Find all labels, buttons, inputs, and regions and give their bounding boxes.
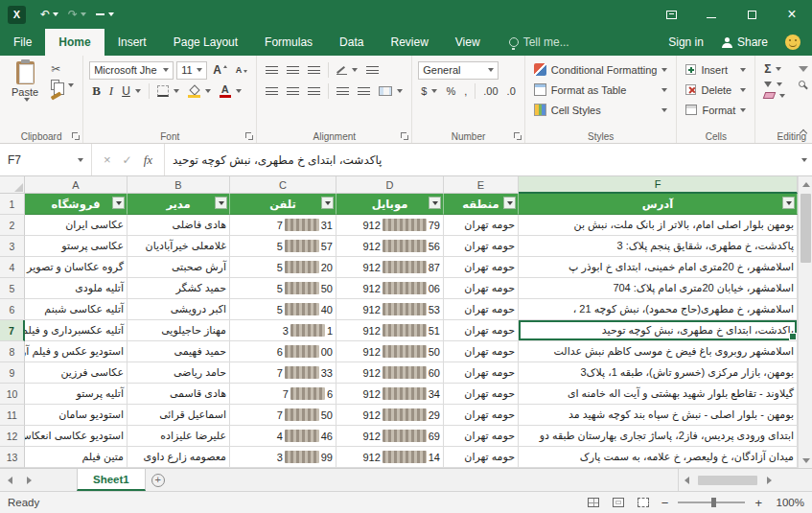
number-format-combo[interactable]: General — [418, 61, 499, 80]
column-header-D[interactable]: D — [336, 176, 444, 194]
cell-F9[interactable]: بومهن، بازار مرکزی (خسرو تاش)، طبقه 1، پ… — [519, 362, 798, 384]
sign-in-button[interactable]: Sign in — [668, 35, 704, 49]
row-header-12[interactable]: 12 — [0, 426, 25, 447]
percent-style-button[interactable]: % — [443, 84, 458, 98]
zoom-level[interactable]: 100% — [772, 497, 804, 508]
borders-button[interactable] — [154, 84, 182, 98]
filter-button-address[interactable] — [782, 197, 795, 209]
cell-F10[interactable]: گیلاوند - تقاطع بلوار شهید بهشتی و آیت ا… — [519, 384, 798, 405]
cell-F4[interactable]: اسلامشهر، خ 20متری امام خمینی، ابتدای خ … — [519, 257, 798, 278]
cell-D9[interactable]: 91260 — [336, 362, 444, 384]
cell-C11[interactable]: 750 — [230, 405, 336, 426]
decrease-font-button[interactable]: A — [233, 64, 251, 76]
cell-E7[interactable]: حومه تهران — [444, 320, 519, 341]
wrap-text-button[interactable] — [363, 65, 382, 76]
align-middle-button[interactable] — [284, 65, 302, 76]
cell-F12[interactable]: ابتدای ورودی پردیس، فاز2، پاساژ تجاری به… — [519, 426, 798, 447]
cell-E13[interactable]: حومه تهران — [444, 447, 519, 468]
tab-home[interactable]: Home — [45, 29, 104, 56]
cell-C6[interactable]: 540 — [230, 299, 336, 320]
filter-button-mobile[interactable] — [429, 197, 441, 209]
row-header-9[interactable]: 9 — [0, 362, 25, 384]
cell-D6[interactable]: 91253 — [336, 299, 444, 320]
filter-button-region[interactable] — [503, 197, 516, 209]
column-header-E[interactable]: E — [444, 176, 519, 194]
find-select-button[interactable] — [796, 80, 812, 88]
cell-C13[interactable]: 399 — [230, 447, 336, 468]
row-header-8[interactable]: 8 — [0, 341, 25, 362]
cell-A8[interactable]: استودیو عکس و فیلم آر — [25, 341, 128, 362]
hscroll-right-button[interactable] — [761, 477, 777, 484]
tab-page-layout[interactable]: Page Layout — [160, 29, 251, 56]
cell-C1[interactable]: تلفن — [230, 194, 336, 215]
cell-F2[interactable]: بومهن بلوار اصلی امام، بالاتر از بانک مل… — [519, 215, 798, 236]
tab-file[interactable]: File — [0, 29, 45, 56]
cell-B1[interactable]: مدیر — [128, 194, 230, 215]
delete-cells-button[interactable]: Delete — [683, 80, 749, 100]
row-header-7[interactable]: 7 — [0, 320, 25, 341]
cell-A5[interactable]: آتلیه ملودی — [25, 278, 128, 299]
cell-E8[interactable]: حومه تهران — [444, 341, 519, 362]
align-right-button[interactable] — [305, 86, 323, 97]
cell-D10[interactable]: 91234 — [336, 384, 444, 405]
redo-dropdown-icon[interactable] — [81, 12, 86, 16]
cell-C10[interactable]: 76 — [230, 384, 336, 405]
undo-button[interactable]: ↶ — [35, 6, 63, 23]
merge-center-button[interactable] — [376, 85, 406, 97]
redo-button[interactable]: ↷ — [63, 6, 91, 23]
increase-indent-button[interactable] — [355, 86, 373, 97]
cell-D3[interactable]: 91256 — [336, 236, 444, 257]
fill-color-button[interactable] — [185, 85, 214, 97]
vertical-scroll-thumb[interactable] — [800, 194, 811, 263]
cell-C5[interactable]: 550 — [230, 278, 336, 299]
formula-input[interactable]: پاکدشت، ابتدای خ مطهری، نبش کوچه توحید — [165, 144, 793, 175]
align-center-button[interactable] — [284, 86, 302, 97]
align-left-button[interactable] — [263, 86, 281, 97]
clear-button[interactable] — [761, 91, 788, 100]
cell-C7[interactable]: 31 — [230, 320, 336, 341]
filter-button-manager[interactable] — [215, 197, 227, 209]
page-break-view-button[interactable] — [635, 496, 652, 510]
cell-D1[interactable]: موبایل — [336, 194, 444, 215]
sheet-nav-left-button[interactable] — [0, 469, 19, 491]
cell-A6[interactable]: آتلیه عکاسی شبنم — [25, 299, 128, 320]
cell-A12[interactable]: استودیو عکاسی انعکاس — [25, 426, 128, 447]
increase-decimal-button[interactable]: .00 — [480, 84, 500, 98]
zoom-in-button[interactable]: + — [753, 496, 764, 510]
cell-E9[interactable]: حومه تهران — [444, 362, 519, 384]
sheet-tab-sheet1[interactable]: Sheet1 — [77, 469, 146, 491]
cell-A10[interactable]: آتلیه پرستو — [25, 384, 128, 405]
cell-D11[interactable]: 91229 — [336, 405, 444, 426]
tab-review[interactable]: Review — [377, 29, 441, 56]
decrease-indent-button[interactable] — [334, 86, 352, 97]
bold-button[interactable]: B — [89, 82, 104, 100]
insert-cells-button[interactable]: Insert — [683, 59, 749, 80]
tell-me-box[interactable]: Tell me... — [509, 29, 569, 56]
cell-E2[interactable]: حومه تهران — [444, 215, 519, 236]
cell-styles-button[interactable]: Cell Styles — [531, 100, 671, 120]
increase-font-button[interactable]: A — [210, 62, 230, 78]
cell-F3[interactable]: پاکدشت، خ مطهری، شقایق پنجم پلاک: 3 — [519, 236, 798, 257]
cell-B9[interactable]: حامد ریاضی — [128, 362, 230, 384]
horizontal-scrollbar[interactable] — [678, 469, 812, 491]
cell-A4[interactable]: گروه عکاسان و تصویر — [25, 257, 128, 278]
underline-button[interactable]: U — [119, 83, 144, 99]
insert-function-button[interactable]: fx — [144, 152, 152, 168]
cell-E4[interactable]: حومه تهران — [444, 257, 519, 278]
cell-F1[interactable]: آدرس — [519, 194, 798, 215]
column-header-C[interactable]: C — [230, 176, 336, 194]
cell-B13[interactable]: معصومه زارع داوی — [128, 447, 230, 468]
autosum-button[interactable]: Σ — [761, 61, 788, 77]
cell-A13[interactable]: متین فیلم — [25, 447, 128, 468]
cell-C2[interactable]: 731 — [230, 215, 336, 236]
cell-F11[interactable]: بومهن - بلوار اصلی - نبش خ سپاه بند کوچه… — [519, 405, 798, 426]
cell-B12[interactable]: علیرضا علیزاده — [128, 426, 230, 447]
page-layout-view-button[interactable] — [610, 496, 627, 510]
comma-style-button[interactable]: , — [461, 84, 470, 98]
tab-data[interactable]: Data — [326, 29, 377, 56]
filter-button-phone[interactable] — [321, 197, 334, 209]
cell-B7[interactable]: مهناز حاجیلویی — [128, 320, 230, 341]
cell-A9[interactable]: عکاسی فرزین — [25, 362, 128, 384]
vertical-scrollbar[interactable] — [798, 176, 812, 468]
alignment-dialog-launcher[interactable] — [400, 131, 409, 141]
